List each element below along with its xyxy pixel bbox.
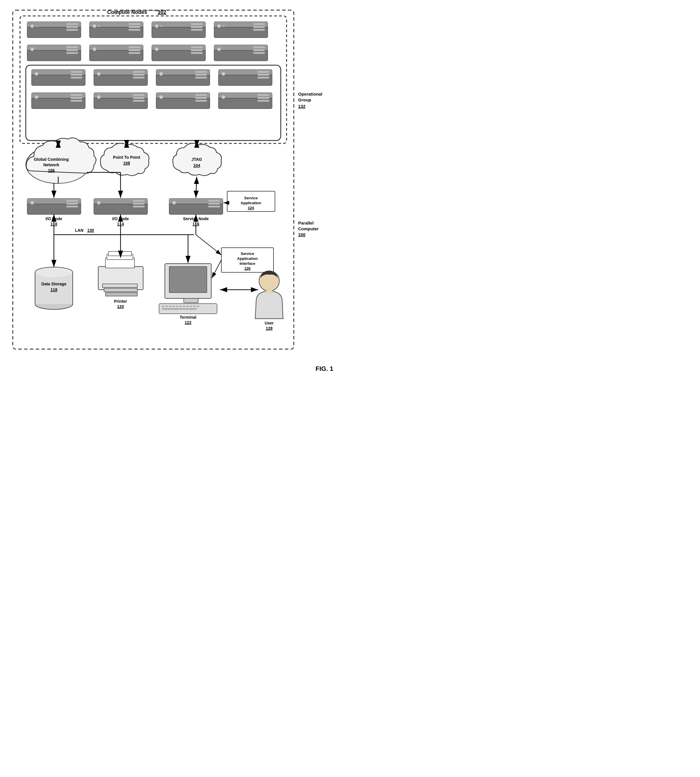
svg-point-94 [35,95,38,99]
svg-point-132 [30,201,34,205]
key8 [186,306,188,307]
key1 [162,306,164,307]
svg-rect-138 [133,206,145,207]
svg-rect-136 [133,200,145,202]
svg-point-23 [160,25,163,27]
jtag-label: JTAG [192,157,202,162]
svg-point-45 [93,48,96,51]
key7 [183,306,185,307]
key11 [197,306,199,307]
svg-rect-71 [133,74,145,76]
svg-rect-29 [253,29,265,31]
parallel-computer-text: Parallel [298,220,313,225]
printer-tray2 [104,288,137,292]
arrow-sn-sai [196,235,222,255]
server-4-4 [218,93,272,108]
diagram-container: Compute Nodes 102 [8,6,342,389]
sai-label3: Interface [240,261,255,266]
io-node-114-server [94,198,147,214]
operational-group-text: Operational [298,92,322,97]
io-node-110-server [27,198,81,214]
service-app-label1: Service [244,196,258,200]
svg-rect-93 [71,100,82,102]
printer-num: 120 [117,304,124,309]
svg-rect-35 [67,47,78,48]
service-app-label2: Application [241,201,261,205]
user-body [255,291,283,318]
svg-rect-27 [253,23,265,25]
printer-tray3 [105,293,137,296]
svg-rect-77 [195,71,207,73]
svg-rect-129 [67,200,78,202]
svg-point-139 [97,201,100,205]
jtag-num: 104 [193,163,200,168]
svg-rect-145 [208,206,220,207]
operational-group-num: 132 [298,104,305,108]
data-storage-label1: Data Storage [42,282,67,286]
service-node-116-server [169,198,223,214]
ptp-cloud: Point To Point 108 [100,143,149,175]
svg-rect-106 [195,97,207,99]
gcn-label-2: Network [43,163,59,167]
server-3-2 [94,70,147,85]
svg-rect-13 [128,29,140,31]
key2 [165,306,168,307]
key10 [193,306,195,307]
compute-nodes-text: Compute Nodes [107,9,147,15]
svg-point-108 [159,95,163,99]
parallel-computer-text2: Computer [298,226,319,231]
svg-point-38 [30,48,34,51]
jtag-cloud: JTAG 104 [173,143,222,175]
svg-point-52 [155,48,158,51]
svg-rect-85 [258,74,269,76]
svg-rect-84 [258,71,269,73]
svg-point-101 [97,95,100,99]
svg-point-30 [217,24,221,28]
svg-rect-56 [253,47,265,48]
svg-rect-78 [195,74,207,76]
key4 [172,306,175,307]
svg-rect-28 [253,26,265,28]
svg-rect-131 [67,206,78,207]
sai-num: 126 [244,266,251,270]
svg-rect-11 [128,23,140,25]
terminal-num: 122 [185,320,192,325]
svg-rect-91 [71,94,82,96]
svg-rect-79 [195,77,207,78]
gcn-label-1: Global Combining [34,157,69,162]
svg-rect-65 [71,77,82,78]
svg-rect-20 [191,26,203,28]
svg-rect-99 [133,97,145,99]
server-3-3 [156,70,210,85]
svg-point-73 [97,72,100,76]
key5 [176,306,178,307]
server-2-4 [214,45,268,61]
server-2-3 [152,45,205,61]
svg-point-14 [93,24,96,28]
svg-rect-113 [258,97,269,99]
svg-rect-36 [67,49,78,51]
server-1-4 [214,22,268,38]
operational-group-text2: Group [298,97,311,102]
sai-label2: Application [237,257,258,261]
svg-rect-42 [128,47,140,48]
user-label: User [265,321,274,325]
printer-tray1 [103,284,137,287]
svg-rect-107 [195,100,207,102]
ptp-num: 108 [123,161,130,165]
svg-rect-51 [191,52,203,54]
svg-point-7 [36,25,38,27]
svg-rect-5 [67,29,78,31]
user-neck [266,290,273,293]
svg-rect-137 [133,203,145,205]
gcn-cloud: Global Combining Network 106 [26,138,96,183]
svg-rect-57 [253,49,265,51]
service-app-num: 124 [248,206,254,210]
svg-rect-4 [67,26,78,28]
server-3-4 [218,70,272,85]
svg-rect-98 [133,94,145,96]
svg-rect-43 [128,49,140,51]
svg-rect-130 [67,203,78,205]
svg-point-31 [223,25,225,27]
svg-rect-37 [67,52,78,54]
